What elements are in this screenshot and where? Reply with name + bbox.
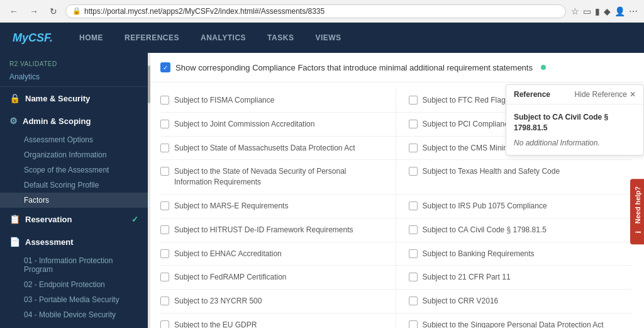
joint-commission-label: Subject to Joint Commission Accreditatio… [174, 119, 314, 130]
singapore-label: Subject to the Singapore Personal Data P… [423, 320, 604, 328]
compliance-item-texas: Subject to Texas Health and Safety Code [396, 160, 632, 195]
nav-views[interactable]: VIEWS [314, 31, 342, 45]
reservation-check: ✓ [131, 215, 138, 224]
sidebar-group-reservation[interactable]: 📋 Reservation ✓ [0, 208, 148, 230]
compliance-item-cfr-part-11: Subject to 21 CFR Part 11 [396, 266, 632, 290]
cb-singapore[interactable] [409, 320, 418, 328]
pci-label: Subject to PCI Compliance [423, 119, 513, 130]
nevada-label: Subject to the State of Nevada Security … [174, 166, 383, 188]
ehnac-label: Subject to EHNAC Accreditation [174, 249, 282, 259]
cb-nevada[interactable] [160, 167, 169, 176]
sidebar-group-name-security[interactable]: 🔒 Name & Security [0, 87, 148, 110]
eu-gdpr-label: Subject to the EU GDPR [174, 320, 257, 328]
cb-ca-civil[interactable] [409, 225, 418, 234]
extensions-icon[interactable]: ◆ [604, 6, 611, 16]
sidebar-item-default-scoring[interactable]: Default Scoring Profile [0, 178, 148, 193]
compliance-item-ca-civil: Subject to CA Civil Code § 1798.81.5 [396, 218, 632, 242]
browser-chrome: ← → ↻ 🔒 https://portal.mycsf.net/apps2/M… [0, 0, 644, 23]
cfr-part-11-label: Subject to 21 CFR Part 11 [423, 272, 511, 283]
scroll-indicator [148, 53, 150, 328]
compliance-item-fedramp: Subject to FedRAMP Certification [160, 266, 396, 290]
refresh-button[interactable]: ↻ [47, 5, 60, 18]
reference-header: Reference Hide Reference ✕ [506, 85, 643, 105]
reference-ref-note: No additional Information. [514, 139, 636, 147]
compliance-item-joint-commission: Subject to Joint Commission Accreditatio… [160, 113, 396, 137]
compliance-item-nycrr-500: Subject to 23 NYCRR 500 [160, 290, 396, 314]
cb-eu-gdpr[interactable] [160, 320, 169, 328]
nav-references[interactable]: REFERENCES [123, 31, 180, 45]
gear-icon: ⚙ [9, 116, 18, 126]
scroll-thumb [148, 65, 150, 103]
sidebar-group-assessment-label: Assessment [25, 237, 74, 247]
texas-label: Subject to Texas Health and Safety Code [423, 166, 560, 177]
tablet-icon[interactable]: ▭ [583, 6, 591, 16]
compliance-item-crr-v2016: Subject to CRR V2016 [396, 290, 632, 314]
fisma-label: Subject to FISMA Compliance [174, 95, 274, 106]
show-factors-label: Show corresponding Compliance Factors th… [175, 63, 533, 72]
logo: MyCSF. [13, 31, 53, 45]
sidebar-group-assessment[interactable]: 📄 Assessment [0, 230, 148, 253]
menu-icon[interactable]: ⋯ [629, 6, 638, 16]
nav-home[interactable]: HOME [78, 31, 104, 45]
cb-hitrust[interactable] [160, 225, 169, 234]
back-button[interactable]: ← [6, 5, 21, 18]
sidebar-item-factors[interactable]: Factors [0, 193, 148, 208]
fedramp-label: Subject to FedRAMP Certification [174, 272, 287, 283]
ca-civil-label: Subject to CA Civil Code § 1798.81.5 [423, 225, 547, 235]
cb-fedramp[interactable] [160, 273, 169, 281]
compliance-item-banking: Subject to Banking Requirements [396, 242, 632, 266]
sidebar-group-admin-scoping[interactable]: ⚙ Admin & Scoping [0, 110, 148, 132]
compliance-item-irs-pub-1075: Subject to IRS Pub 1075 Compliance [396, 195, 632, 218]
factors-dot-indicator [541, 65, 546, 70]
nycrr-500-label: Subject to 23 NYCRR 500 [174, 296, 262, 307]
sidebar-item-info-protection[interactable]: 01 - Information Protection Program [0, 253, 148, 277]
cb-joint-commission[interactable] [160, 120, 169, 128]
app: MyCSF. HOME REFERENCES ANALYTICS TASKS V… [0, 23, 644, 328]
lock-icon: 🔒 [72, 7, 81, 15]
show-factors-row: ✓ Show corresponding Compliance Factors … [148, 53, 644, 82]
sidebar-item-scope[interactable]: Scope of the Assessment [0, 162, 148, 178]
cb-ftc[interactable] [409, 96, 418, 105]
nav-tasks[interactable]: TASKS [266, 31, 295, 45]
star-icon[interactable]: ☆ [571, 6, 579, 16]
banking-label: Subject to Banking Requirements [423, 249, 535, 259]
cb-fisma[interactable] [160, 96, 169, 105]
nav-analytics[interactable]: ANALYTICS [199, 31, 247, 45]
need-help-tab[interactable]: i Need help? [630, 179, 644, 244]
cb-cfr-part-11[interactable] [409, 273, 418, 281]
cb-crr-v2016[interactable] [409, 297, 418, 305]
crr-v2016-label: Subject to CRR V2016 [423, 296, 499, 307]
document-icon: 📄 [9, 237, 20, 247]
cb-ehnac[interactable] [160, 249, 169, 258]
profile-icon[interactable]: 👤 [614, 6, 625, 16]
sidebar-group-name-security-label: Name & Security [25, 94, 90, 103]
compliance-item-eu-gdpr: Subject to the EU GDPR [160, 314, 396, 328]
cb-irs-pub-1075[interactable] [409, 201, 418, 210]
cb-texas[interactable] [409, 167, 418, 176]
cb-nycrr-500[interactable] [160, 297, 169, 305]
sidebar-item-org-info[interactable]: Organization Information [0, 147, 148, 162]
reference-panel: Reference Hide Reference ✕ Subject to CA… [506, 84, 644, 156]
reference-body: Subject to CA Civil Code § 1798.81.5 No … [506, 105, 643, 155]
compliance-item-singapore: Subject to the Singapore Personal Data P… [396, 314, 632, 328]
analytics-label: Analytics [0, 70, 148, 87]
sidebar-item-mobile-device[interactable]: 04 - Mobile Device Security [0, 307, 148, 322]
sidebar: R2 VALIDATED Analytics 🔒 Name & Security… [0, 53, 148, 328]
show-factors-checkbox[interactable]: ✓ [160, 62, 170, 72]
address-bar[interactable]: 🔒 https://portal.mycsf.net/apps2/MyCSFv2… [65, 4, 566, 18]
sidebar-item-portable-media[interactable]: 03 - Portable Media Security [0, 292, 148, 307]
cb-mars-e[interactable] [160, 201, 169, 210]
cb-cms[interactable] [409, 144, 418, 152]
cb-massachusetts[interactable] [160, 144, 169, 152]
hide-reference-button[interactable]: Hide Reference ✕ [575, 90, 636, 99]
cb-pci[interactable] [409, 120, 418, 128]
compliance-item-massachusetts: Subject to State of Massachusetts Data P… [160, 137, 396, 161]
cb-banking[interactable] [409, 249, 418, 258]
sidebar-item-endpoint[interactable]: 02 - Endpoint Protection [0, 277, 148, 292]
sidebar-item-assessment-options[interactable]: Assessment Options [0, 132, 148, 147]
bookmark-icon[interactable]: ▮ [595, 6, 600, 16]
main-layout: R2 VALIDATED Analytics 🔒 Name & Security… [0, 53, 644, 328]
compliance-item-mars-e: Subject to MARS-E Requirements [160, 195, 396, 218]
forward-button[interactable]: → [26, 5, 42, 18]
compliance-item-hitrust: Subject to HITRUST De-ID Framework Requi… [160, 218, 396, 242]
